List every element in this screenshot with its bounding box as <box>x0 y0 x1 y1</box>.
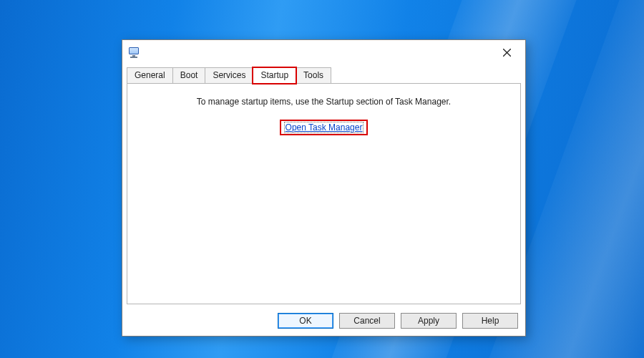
tab-startup[interactable]: Startup <box>253 67 296 84</box>
close-icon <box>503 49 511 57</box>
tab-services[interactable]: Services <box>205 67 253 84</box>
tabstrip: General Boot Services Startup Tools <box>122 64 525 84</box>
tab-boot[interactable]: Boot <box>172 67 206 84</box>
startup-info-text: To manage startup items, use the Startup… <box>127 97 520 107</box>
close-button[interactable] <box>491 42 522 63</box>
open-task-manager-highlight: Open Task Manager <box>280 120 369 135</box>
tab-tools[interactable]: Tools <box>296 67 331 84</box>
msconfig-window: General Boot Services Startup Tools To m… <box>122 39 526 337</box>
cancel-button[interactable]: Cancel <box>339 313 395 329</box>
msconfig-icon <box>128 47 141 58</box>
ok-button[interactable]: OK <box>278 313 333 329</box>
titlebar[interactable] <box>122 40 525 64</box>
dialog-button-row: OK Cancel Apply Help <box>122 309 525 336</box>
tab-general[interactable]: General <box>127 67 173 84</box>
title-left <box>128 47 141 58</box>
open-task-manager-link[interactable]: Open Task Manager <box>284 122 364 133</box>
apply-button[interactable]: Apply <box>401 313 457 329</box>
help-button[interactable]: Help <box>462 313 518 329</box>
startup-panel: To manage startup items, use the Startup… <box>127 84 521 304</box>
